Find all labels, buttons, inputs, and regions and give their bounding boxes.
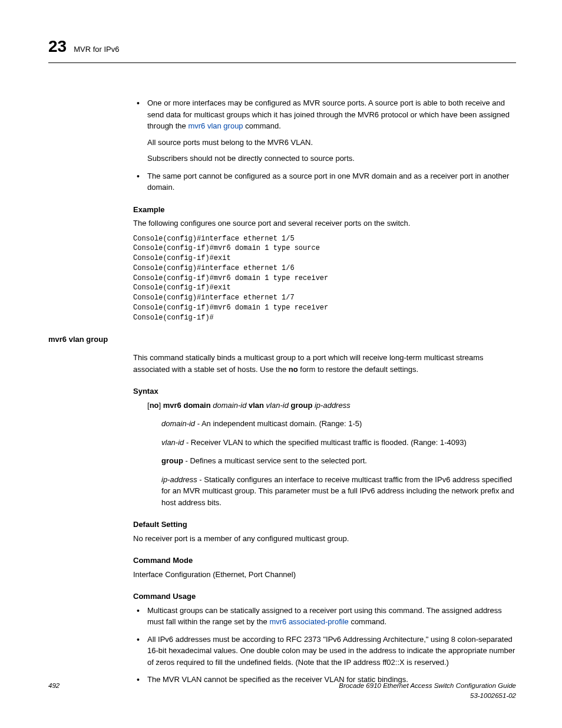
- guide-title: Brocade 6910 Ethernet Access Switch Conf…: [339, 681, 516, 691]
- syntax-param: vlan-id - Receiver VLAN to which the spe…: [133, 437, 516, 449]
- link-mvr6-vlan-group[interactable]: mvr6 vlan group: [188, 121, 243, 130]
- italic-vlan-id: vlan-id: [264, 401, 291, 410]
- text: command.: [349, 617, 386, 626]
- doc-number: 53-1002651-02: [339, 691, 516, 701]
- italic-ip-address: ip-address: [161, 475, 197, 484]
- example-heading: Example: [133, 204, 516, 216]
- page-footer: 492 Brocade 6910 Ethernet Access Switch …: [48, 681, 516, 701]
- italic-vlan-id: vlan-id: [161, 438, 184, 447]
- section-title: MVR for IPv6: [74, 44, 119, 55]
- bold-vlan: vlan: [249, 401, 264, 410]
- default-setting-heading: Default Setting: [133, 519, 516, 531]
- command-mode-heading: Command Mode: [133, 555, 516, 566]
- italic-ip-address: ip-address: [312, 401, 350, 410]
- bold-mvr6-domain: mvr6 domain: [163, 401, 211, 410]
- code-block: Console(config)#interface ethernet 1/5 C…: [133, 234, 516, 323]
- command-name-heading: mvr6 vlan group: [48, 334, 516, 345]
- list-item: One or more interfaces may be configured…: [133, 97, 516, 164]
- chapter-number: 23: [48, 34, 67, 59]
- command-usage-heading: Command Usage: [133, 591, 516, 602]
- syntax-param: ip-address - Statically configures an in…: [133, 474, 516, 509]
- page-header: 23 MVR for IPv6: [48, 34, 516, 63]
- italic-domain-id: domain-id: [211, 401, 249, 410]
- default-setting-text: No receiver port is a member of any conf…: [133, 533, 516, 545]
- sub-paragraph: All source ports must belong to the MVR6…: [147, 137, 516, 149]
- page-number: 492: [48, 681, 59, 701]
- command-usage-list: Multicast groups can be statically assig…: [133, 605, 516, 686]
- bold-no: no: [150, 401, 159, 410]
- command-content: This command statically binds a multicas…: [133, 352, 516, 686]
- syntax-param: group - Defines a multicast service sent…: [133, 455, 516, 467]
- link-mvr6-associated-profile[interactable]: mvr6 associated-profile: [269, 617, 348, 626]
- syntax-param: domain-id - An independent multicast dom…: [133, 418, 516, 430]
- syntax-line: [no] mvr6 domain domain-id vlan vlan-id …: [133, 400, 516, 411]
- footer-right: Brocade 6910 Ethernet Access Switch Conf…: [339, 681, 516, 701]
- bold-group: group: [161, 456, 183, 465]
- text: - Receiver VLAN to which the specified m…: [184, 438, 467, 447]
- text: form to restore the default settings.: [298, 365, 419, 374]
- bold-group: group: [291, 401, 313, 410]
- main-content: One or more interfaces may be configured…: [133, 97, 516, 323]
- list-item: All IPv6 addresses must be according to …: [133, 634, 516, 668]
- text: - Defines a multicast service sent to th…: [183, 456, 367, 465]
- example-intro: The following configures one source port…: [133, 218, 516, 229]
- text: - An independent multicast domain. (Rang…: [195, 419, 362, 428]
- text: - Statically configures an interface to …: [161, 475, 514, 507]
- bullet-list-top: One or more interfaces may be configured…: [133, 97, 516, 193]
- bold-no: no: [289, 365, 298, 374]
- text: command.: [243, 121, 281, 130]
- command-description: This command statically binds a multicas…: [133, 352, 516, 375]
- sub-paragraph: Subscribers should not be directly conne…: [147, 153, 516, 164]
- syntax-heading: Syntax: [133, 386, 516, 397]
- italic-domain-id: domain-id: [161, 419, 195, 428]
- command-mode-text: Interface Configuration (Ethernet, Port …: [133, 569, 516, 581]
- list-item: The same port cannot be configured as a …: [133, 170, 516, 193]
- text: ]: [159, 401, 163, 410]
- list-item: Multicast groups can be statically assig…: [133, 605, 516, 628]
